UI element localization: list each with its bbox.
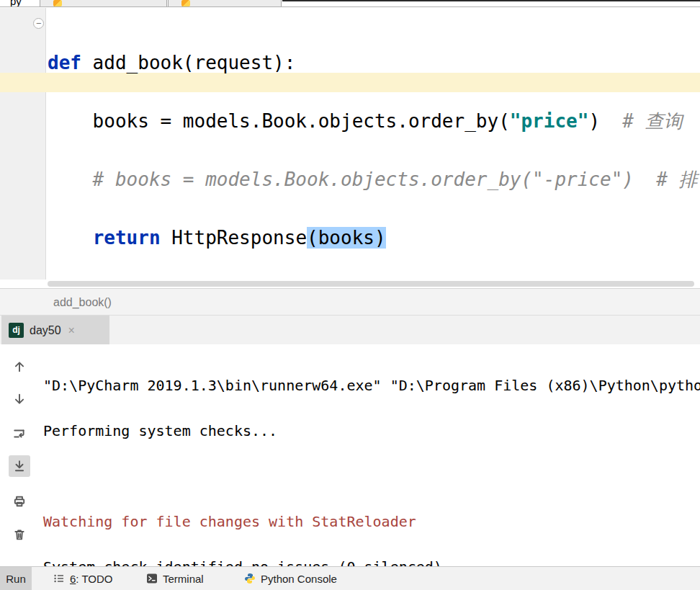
clear-all-button[interactable] [9, 524, 30, 545]
code-area[interactable]: def add_book(request): books = models.Bo… [48, 14, 698, 280]
terminal-label: Terminal [163, 573, 204, 585]
run-tab-label: day50 [30, 324, 61, 337]
code-text: books = models.Book.objects.order_by( [48, 110, 510, 132]
run-toolbar [0, 344, 40, 566]
python-console-label: Python Console [261, 573, 337, 585]
code-line-2[interactable]: books = models.Book.objects.order_by("pr… [48, 112, 698, 131]
close-icon[interactable]: × [68, 324, 75, 337]
todo-label: 6: TODO [70, 573, 112, 585]
console-output[interactable]: "D:\PyCharm 2019.1.3\bin\runnerw64.exe" … [43, 348, 700, 566]
soft-wrap-icon [13, 427, 26, 440]
run-button-label: Run [6, 573, 26, 585]
run-console-panel: "D:\PyCharm 2019.1.3\bin\runnerw64.exe" … [0, 344, 700, 566]
console-line: System check identified no issues (0 sil… [43, 560, 700, 566]
editor-horizontal-scrollbar [0, 280, 700, 288]
down-arrow-icon [13, 393, 26, 406]
editor-tab-partial-label[interactable]: py [10, 0, 22, 7]
print-button[interactable] [9, 491, 30, 512]
django-icon: dj [9, 323, 24, 338]
run-tab-day50[interactable]: dj day50 × [1, 316, 109, 345]
scroll-to-end-icon [13, 460, 26, 473]
run-tab-strip: dj day50 × [0, 315, 700, 344]
terminal-icon [146, 573, 158, 584]
code-line-4[interactable]: return HttpResponse(books) [48, 228, 698, 248]
down-stack-trace-button[interactable] [9, 388, 30, 410]
todo-toolwindow-button[interactable]: 6: TODO [53, 567, 112, 590]
code-editor[interactable]: − def add_book(request): books = models.… [0, 8, 700, 280]
python-file-icon [181, 0, 190, 6]
code-line-1[interactable]: def add_book(request): [48, 53, 698, 73]
run-toolwindow-button[interactable]: Run [0, 567, 32, 590]
python-console-toolwindow-button[interactable]: Python Console [244, 567, 337, 590]
inline-comment: # 查询 [600, 110, 683, 132]
editor-tab-1[interactable] [40, 0, 167, 7]
pycharm-window: py − def add_book(request): books = mode… [0, 0, 700, 590]
console-line: Performing system checks... [43, 424, 700, 439]
console-blank-line [43, 469, 700, 484]
code-text: add_book(request): [81, 52, 295, 73]
python-file-icon [53, 0, 62, 6]
trash-icon [13, 528, 26, 541]
printer-icon [13, 495, 26, 508]
string-literal: "price" [510, 110, 589, 132]
code-text: HttpResponse [161, 227, 308, 249]
console-line: "D:\PyCharm 2019.1.3\bin\runnerw64.exe" … [43, 378, 700, 393]
breadcrumb-bar: add_book() [0, 288, 700, 315]
matched-paren-selection: (books) [307, 227, 386, 249]
up-stack-trace-button[interactable] [9, 356, 30, 377]
fold-collapse-icon[interactable]: − [33, 18, 44, 29]
keyword-return: return [93, 227, 161, 249]
todo-list-icon [53, 573, 65, 584]
scrollbar-thumb[interactable] [48, 281, 694, 287]
terminal-toolwindow-button[interactable]: Terminal [146, 567, 204, 590]
commented-out-code: # books = models.Book.objects.order_by("… [48, 169, 698, 190]
up-arrow-icon [13, 360, 26, 373]
code-indent [48, 227, 93, 249]
keyword-def: def [48, 52, 81, 73]
scroll-to-end-button[interactable] [9, 455, 30, 477]
breadcrumb-item[interactable]: add_book() [53, 289, 112, 316]
editor-gutter[interactable] [0, 8, 46, 280]
editor-tab-2[interactable] [168, 0, 282, 7]
soft-wrap-button[interactable] [9, 423, 30, 444]
window-top-edge [282, 0, 700, 1]
editor-tab-strip: py [0, 0, 700, 7]
code-line-3[interactable]: # books = models.Book.objects.order_by("… [48, 170, 698, 189]
code-text: ) [588, 110, 600, 132]
python-icon [244, 573, 256, 584]
console-stderr-line: Watching for file changes with StatReloa… [43, 514, 700, 529]
status-bar: Run 6: TODO Terminal Python Console [0, 566, 700, 590]
